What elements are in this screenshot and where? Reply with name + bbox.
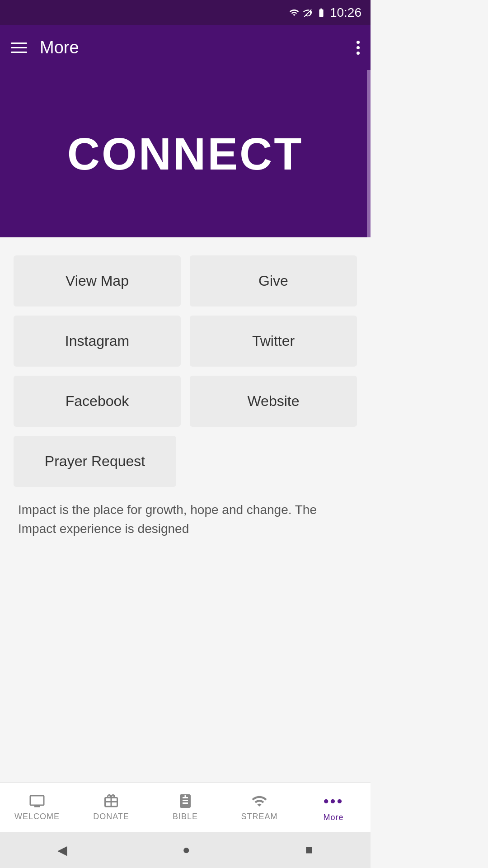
signal-icon: [303, 8, 313, 18]
hero-title: CONNECT: [67, 128, 303, 180]
nav-item-donate[interactable]: DONATE: [74, 793, 148, 821]
system-nav: ◀ ● ■: [0, 832, 371, 868]
view-map-button[interactable]: View Map: [14, 255, 181, 307]
status-time: 10:26: [330, 5, 361, 20]
instagram-button[interactable]: Instagram: [14, 316, 181, 367]
nav-item-more[interactable]: ••• More: [296, 793, 371, 822]
nav-label-bible: BIBLE: [173, 812, 198, 821]
button-row-2: Instagram Twitter: [14, 316, 357, 367]
scrollbar[interactable]: [367, 70, 371, 237]
prayer-row: Prayer Request: [14, 436, 357, 487]
hero-banner: CONNECT: [0, 70, 371, 237]
nav-label-donate: DONATE: [93, 812, 129, 821]
give-button[interactable]: Give: [190, 255, 357, 307]
back-button[interactable]: ◀: [57, 843, 67, 858]
status-bar: 10:26: [0, 0, 371, 25]
recents-button[interactable]: ■: [305, 843, 313, 857]
website-button[interactable]: Website: [190, 376, 357, 427]
battery-icon: [316, 8, 326, 18]
prayer-request-button[interactable]: Prayer Request: [14, 436, 176, 487]
app-bar-title: More: [40, 38, 357, 57]
button-row-1: View Map Give: [14, 255, 357, 307]
nav-label-stream: STREAM: [241, 812, 277, 821]
home-button[interactable]: ●: [183, 843, 190, 857]
twitter-button[interactable]: Twitter: [190, 316, 357, 367]
wifi-icon: [289, 8, 299, 18]
nav-item-stream[interactable]: STREAM: [222, 793, 296, 821]
button-row-3: Facebook Website: [14, 376, 357, 427]
nav-item-welcome[interactable]: WELCOME: [0, 793, 74, 821]
nav-label-welcome: WELCOME: [14, 812, 60, 821]
content-area: View Map Give Instagram Twitter Facebook…: [0, 237, 371, 566]
bottom-nav: WELCOME DONATE BIBLE STREAM ••• More: [0, 782, 371, 832]
gift-icon: [103, 793, 119, 809]
facebook-button[interactable]: Facebook: [14, 376, 181, 427]
status-icons: 10:26: [289, 5, 361, 20]
app-bar: More: [0, 25, 371, 70]
description-text: Impact is the place for growth, hope and…: [14, 487, 357, 547]
hamburger-menu-button[interactable]: [11, 42, 27, 53]
stream-icon: [251, 793, 267, 809]
nav-label-more: More: [323, 813, 343, 822]
dots-horizontal-icon: •••: [324, 793, 344, 810]
tv-icon: [29, 793, 45, 809]
bible-icon: [177, 793, 193, 809]
overflow-menu-button[interactable]: [357, 41, 360, 55]
nav-item-bible[interactable]: BIBLE: [148, 793, 222, 821]
